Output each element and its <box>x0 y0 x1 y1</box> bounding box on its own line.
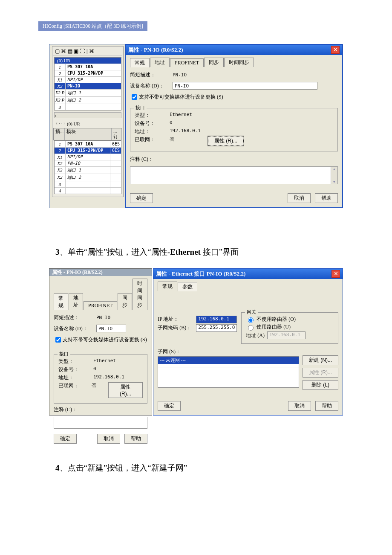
screenshot-2: 属性 - PN-IO (R0/S2.2) 常规 地址 PROFINET 同步 时… <box>49 268 343 416</box>
dlgb-title: 属性 - Ethernet 接口 PN-IO (R0/S2.2) <box>156 270 245 278</box>
gw-yes-radio[interactable] <box>248 325 254 331</box>
subnet-entry[interactable]: --- 未连网 --- <box>158 357 299 364</box>
dlga-title: 属性 - PN-IO (R0/S2.2) <box>52 269 103 276</box>
hw-rack-top: (0) UR 1PS 307 10A2CPU 315-2PN/DPX1MPI/D… <box>54 57 121 110</box>
tab-address-2[interactable]: 地址 <box>69 293 83 310</box>
interface-group: 接口 类型：Ethernet 设备号：0 地址：192.168.0.1 已联网：… <box>130 108 338 151</box>
interface-group-legend: 接口 <box>134 105 147 111</box>
table-row[interactable]: 1PS 307 10A6ES <box>55 141 121 147</box>
addr-label-2: 地址： <box>58 374 93 381</box>
subnet-list-body[interactable] <box>158 367 299 388</box>
tab-general-3[interactable]: 常规 <box>158 282 177 291</box>
tab-timesync[interactable]: 时间同步 <box>224 58 254 67</box>
table-row[interactable]: 2CPU 315-2PN/DP <box>55 70 121 76</box>
tab-sync-2[interactable]: 同步 <box>118 293 132 310</box>
table-row[interactable]: 1PS 307 10A <box>55 64 121 70</box>
hw-bottom-header: 插... 模块 ... 订 <box>53 128 122 140</box>
subnet-list[interactable]: --- 未连网 --- <box>158 356 299 367</box>
table-row[interactable]: X2 P端口 1 <box>55 89 121 96</box>
gw-no-radio[interactable] <box>248 317 254 323</box>
close-icon[interactable]: ✕ <box>331 46 340 54</box>
tab-timesync-2[interactable]: 时间同步 <box>133 279 147 310</box>
help-button-3[interactable]: 帮助 <box>315 401 338 411</box>
table-row[interactable]: X2PN-IO <box>55 160 121 166</box>
devname-label-2: 设备名称 (D)： <box>54 325 96 332</box>
mask-input[interactable]: 255.255.255.0 <box>196 324 237 332</box>
hw-hscroll[interactable]: ‹ <box>54 112 121 118</box>
tab-params[interactable]: 参数 <box>178 282 197 291</box>
nav-back-icon[interactable]: ⇦ <box>56 121 60 126</box>
dlgb-titlebar: 属性 - Ethernet 接口 PN-IO (R0/S2.2) ✕ <box>153 269 343 279</box>
ok-button-3[interactable]: 确定 <box>158 401 181 411</box>
table-row[interactable]: X1MPI/DP <box>55 76 121 83</box>
delete-subnet-button[interactable]: 删除 (L) <box>303 380 338 390</box>
swap-media-checkbox-2[interactable] <box>55 337 61 343</box>
table-row[interactable]: 4 <box>55 187 121 194</box>
tabs: 常规 地址 PROFINET 同步 时间同步 <box>130 58 338 67</box>
net-label-2: 已联网： <box>58 382 92 398</box>
help-button-2[interactable]: 帮助 <box>124 434 147 444</box>
subnet-label: 子网 (S)： <box>158 348 338 355</box>
subnet-props-button: 属性 (R)... <box>303 368 338 378</box>
col-slot: 插... <box>54 128 65 140</box>
devno-label-2: 设备号： <box>58 366 93 373</box>
comment-scrollbar[interactable]: ▴▾ <box>331 167 337 184</box>
ok-button[interactable]: 确定 <box>130 193 153 203</box>
tab-profinet[interactable]: PROFINET <box>170 58 204 67</box>
hw-nav[interactable]: ⇦ ⇨ (0) UR <box>53 119 122 128</box>
mask-label: 子网掩码 (B)： <box>158 324 196 332</box>
table-row[interactable]: 2CPU 315-2PN/DP6ES <box>55 147 121 154</box>
close-icon-2[interactable]: ✕ <box>331 270 340 278</box>
help-button[interactable]: 帮助 <box>315 193 338 203</box>
col-ord: ... 订 <box>112 128 122 140</box>
table-row[interactable]: X1MPI/DP <box>55 154 121 160</box>
tab-general[interactable]: 常规 <box>130 58 150 67</box>
comment-label-2: 注释 (C)： <box>54 406 96 413</box>
doc-tag: HIConfig [SIIATIC300 站点（配 3D 练习示例] <box>38 21 147 31</box>
interface-group-legend-2: 接口 <box>58 351 70 357</box>
table-row[interactable]: X2端口 2 <box>55 174 121 181</box>
shortdesc-value-2: PN-IO <box>96 315 110 320</box>
shortdesc-label: 简短描述： <box>130 71 173 78</box>
table-row[interactable]: X2 P端口 2 <box>55 96 121 104</box>
table-row[interactable]: 3 <box>55 181 121 187</box>
cancel-button-3[interactable]: 取消 <box>288 401 311 411</box>
table-row[interactable]: X2PN-IO <box>55 83 121 89</box>
rack-header: (0) UR <box>55 58 121 64</box>
devname-input[interactable] <box>173 82 317 90</box>
swap-media-label-2: 支持不带可交换媒体进行设备更换 (S) <box>63 336 147 343</box>
swap-media-checkbox[interactable] <box>132 94 137 100</box>
ok-button-2[interactable]: 确定 <box>54 434 77 444</box>
tab-profinet-2[interactable]: PROFINET <box>84 301 117 310</box>
nav-fwd-icon[interactable]: ⇨ <box>61 121 65 126</box>
ip-input[interactable]: 192.168.0.1 <box>196 316 237 323</box>
properties-button-2[interactable]: 属性 (R)... <box>108 382 143 398</box>
net-label: 已联网： <box>135 136 170 146</box>
table-row[interactable]: X2端口 1 <box>55 166 121 174</box>
shortdesc-label-2: 简短描述： <box>54 314 96 321</box>
cancel-button[interactable]: 取消 <box>288 193 311 203</box>
cancel-button-2[interactable]: 取消 <box>97 434 120 444</box>
table-row[interactable]: 3 <box>55 104 121 110</box>
gw-addr-input: 192.168.0.1 <box>267 331 306 339</box>
new-subnet-button[interactable]: 新建 (N)... <box>303 355 338 365</box>
comment-textarea[interactable]: ▴▾ <box>130 166 338 184</box>
tab-sync[interactable]: 同步 <box>204 58 224 67</box>
properties-button[interactable]: 属性 (R)... <box>208 136 244 146</box>
tab-address[interactable]: 地址 <box>150 58 170 67</box>
devname-input-2[interactable] <box>96 325 126 332</box>
tab-general-2[interactable]: 常规 <box>54 293 68 310</box>
dialog-pnio-bg: 属性 - PN-IO (R0/S2.2) 常规 地址 PROFINET 同步 时… <box>49 268 152 416</box>
dialog-pnio-properties: 属性 - PN-IO (R0/S2.2) ✕ 常规 地址 PROFINET 同步… <box>125 44 343 208</box>
comment-textarea-2[interactable] <box>54 417 147 429</box>
type-value: Ethernet <box>170 112 192 119</box>
hw-toolbar[interactable]: ▢ ⌘ ▤ ▣ ⛶ | ⌘ <box>53 47 122 55</box>
shortdesc-value: PN-IO <box>173 72 187 78</box>
gw-yes-label: 使用路由器 (U) <box>257 323 291 331</box>
dialog-ethernet-properties: 属性 - Ethernet 接口 PN-IO (R0/S2.2) ✕ 常规 参数… <box>153 268 343 416</box>
dialog-titlebar: 属性 - PN-IO (R0/S2.2) ✕ <box>126 45 342 55</box>
devname-label: 设备名称 (D)： <box>130 82 173 90</box>
addr-value: 192.168.0.1 <box>170 128 201 135</box>
dialog-foot: 确定 取消 帮助 <box>126 190 342 207</box>
gw-addr-label: 地址 (A) <box>246 332 265 339</box>
